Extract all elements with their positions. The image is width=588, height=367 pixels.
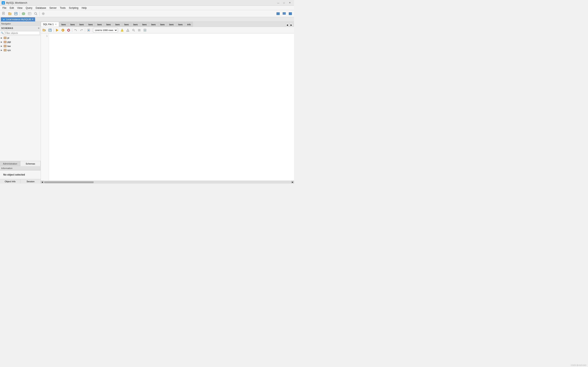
object-info-tab[interactable]: Object Info — [0, 179, 20, 184]
magnifier-button[interactable] — [131, 28, 136, 33]
sql-sep-5 — [118, 28, 119, 32]
view-detail-button[interactable] — [287, 11, 293, 16]
laws-tab-label-12: laws — [160, 23, 165, 26]
editor-tab-bar: SQL File 1 × laws laws laws laws laws la… — [41, 22, 294, 27]
svg-rect-7 — [8, 12, 9, 13]
view-icon-button[interactable] — [275, 11, 281, 16]
title-bar: M MySQL Workbench — □ ✕ — [0, 0, 294, 6]
open-file-button[interactable] — [7, 11, 13, 16]
sql-save-button[interactable] — [47, 28, 53, 33]
svg-rect-28 — [277, 14, 278, 15]
undo-button[interactable] — [73, 28, 78, 33]
menu-query[interactable]: Query — [24, 6, 34, 10]
svg-line-23 — [44, 14, 44, 15]
editor-tab-laws-6[interactable]: laws — [104, 22, 113, 27]
editor-tab-laws-10[interactable]: laws — [140, 22, 149, 27]
svg-rect-29 — [278, 14, 279, 15]
settings-button[interactable] — [40, 11, 46, 16]
create-table-button[interactable] — [27, 11, 33, 16]
stop-button[interactable] — [66, 28, 71, 33]
menu-edit[interactable]: Edit — [8, 6, 16, 10]
editor-tab-active[interactable]: SQL File 1 × — [41, 22, 59, 27]
connection-tab-close[interactable]: ✕ — [32, 18, 34, 20]
editor-tab-laws-11[interactable]: laws — [149, 22, 158, 27]
toggle-output-button[interactable] — [86, 28, 91, 33]
menu-file[interactable]: File — [1, 6, 8, 10]
editor-tab-laws-4[interactable]: laws — [86, 22, 95, 27]
tab-prev-button[interactable]: ◀ — [285, 23, 289, 27]
information-header: Information — [0, 166, 41, 170]
svg-rect-31 — [283, 14, 286, 15]
svg-rect-32 — [289, 12, 292, 15]
toggle-panel-button[interactable] — [142, 28, 148, 33]
menu-scripting[interactable]: Scripting — [67, 6, 80, 10]
scroll-right-arrow[interactable]: ▶ — [291, 181, 294, 184]
svg-rect-59 — [144, 30, 146, 31]
sql-open-button[interactable] — [42, 28, 47, 33]
editor-tab-info[interactable]: info — [185, 22, 193, 27]
editor-tab-laws-14[interactable]: laws — [176, 22, 185, 27]
limit-select[interactable]: Limit to 1000 rows Don't Limit Limit to … — [93, 28, 118, 33]
svg-rect-37 — [43, 29, 44, 30]
maximize-button[interactable]: □ — [281, 1, 287, 5]
connection-tab-item[interactable]: M Local instance MySQL80 ✕ — [1, 17, 35, 21]
editor-text-area[interactable] — [49, 33, 294, 181]
editor-tab-laws-7[interactable]: laws — [113, 22, 122, 27]
svg-line-16 — [36, 14, 37, 15]
close-button[interactable]: ✕ — [287, 1, 292, 5]
schema-item-jdjd[interactable]: ▶ jdjd — [0, 40, 41, 44]
redo-button[interactable] — [79, 28, 84, 33]
scroll-track[interactable] — [44, 181, 291, 183]
schema-icon-law — [4, 45, 7, 47]
word-wrap-button[interactable] — [137, 28, 142, 33]
svg-rect-10 — [15, 14, 17, 15]
minimize-button[interactable]: — — [276, 1, 281, 5]
schema-item-sys[interactable]: ▶ sys — [0, 48, 41, 52]
editor-tab-laws-2[interactable]: laws — [68, 22, 77, 27]
save-file-button[interactable] — [13, 11, 19, 16]
tab-next-button[interactable]: ▶ — [290, 23, 293, 27]
create-schema-button[interactable] — [21, 11, 26, 16]
inspector-button[interactable] — [33, 11, 39, 16]
editor-tab-laws-9[interactable]: laws — [131, 22, 140, 27]
svg-rect-30 — [283, 12, 286, 13]
active-tab-close[interactable]: × — [55, 23, 57, 26]
svg-rect-41 — [49, 30, 51, 31]
menu-tools[interactable]: Tools — [58, 6, 67, 10]
editor-tab-laws-8[interactable]: laws — [122, 22, 131, 27]
tab-administration[interactable]: Administration — [0, 161, 20, 166]
editor-tab-laws-12[interactable]: laws — [158, 22, 167, 27]
sidebar: Navigator SCHEMAS ≡ 🔍 ▶ jd ▶ jdjd — [0, 22, 41, 184]
navigator-label: Navigator — [1, 22, 11, 25]
laws-tab-label-2: laws — [70, 23, 75, 26]
menu-help[interactable]: Help — [80, 6, 88, 10]
svg-rect-12 — [28, 12, 31, 15]
menu-database[interactable]: Database — [34, 6, 48, 10]
tab-schemas[interactable]: Schemas — [20, 161, 41, 166]
filter-input[interactable] — [4, 31, 40, 35]
format-button[interactable] — [120, 28, 125, 33]
editor-tab-laws-5[interactable]: laws — [95, 22, 104, 27]
view-list-button[interactable] — [281, 11, 287, 16]
schema-item-law[interactable]: ▶ law — [0, 44, 41, 48]
new-file-button[interactable] — [1, 11, 7, 16]
execute-button[interactable] — [54, 28, 60, 33]
schema-item-jd[interactable]: ▶ jd — [0, 36, 41, 40]
explain-button[interactable] — [125, 28, 130, 33]
schemas-title: SCHEMAS — [1, 27, 13, 29]
svg-point-49 — [88, 30, 89, 31]
connection-tab-label: Local instance MySQL80 — [6, 18, 31, 21]
editor-tab-laws-13[interactable]: laws — [167, 22, 176, 27]
scroll-left-arrow[interactable]: ◀ — [41, 181, 44, 184]
menu-view[interactable]: View — [16, 6, 24, 10]
menu-server[interactable]: Server — [48, 6, 58, 10]
session-tab[interactable]: Session — [20, 179, 41, 184]
execute-all-button[interactable] — [60, 28, 66, 33]
laws-tab-label-13: laws — [169, 23, 174, 26]
editor-tab-laws-3[interactable]: laws — [77, 22, 86, 27]
schemas-refresh-icon[interactable]: ≡ — [38, 27, 39, 30]
toolbar-sep-1 — [20, 12, 20, 16]
svg-line-25 — [42, 14, 43, 15]
title-bar-left: M MySQL Workbench — [2, 1, 27, 4]
editor-tab-laws-1[interactable]: laws — [59, 22, 68, 27]
